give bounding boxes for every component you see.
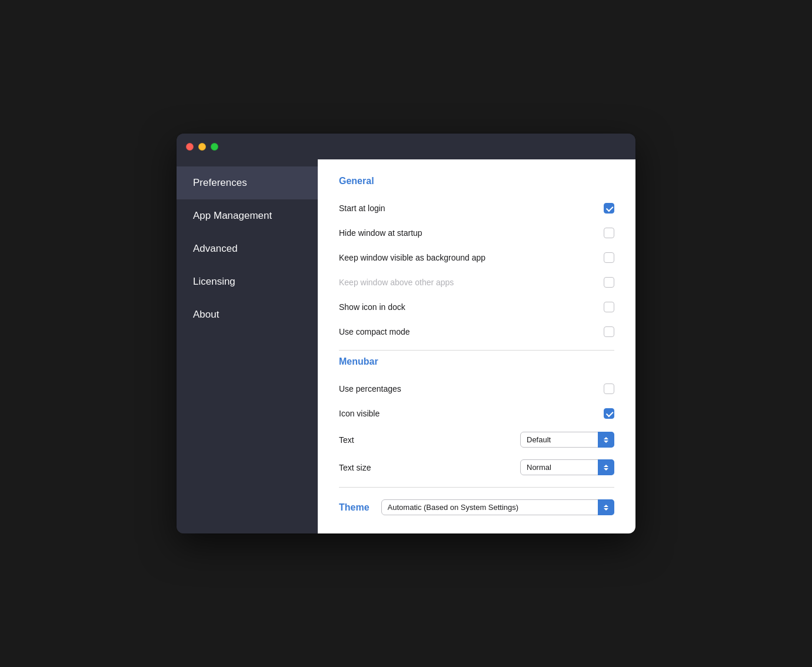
traffic-lights	[186, 143, 218, 151]
hide-window-startup-checkbox[interactable]	[604, 228, 614, 238]
sidebar-item-app-management[interactable]: App Management	[177, 199, 318, 232]
menubar-section-title: Menubar	[339, 356, 614, 367]
minimize-button[interactable]	[198, 143, 206, 151]
setting-icon-visible: Icon visible	[339, 401, 614, 426]
use-percentages-checkbox[interactable]	[604, 383, 614, 394]
keep-window-visible-checkbox[interactable]	[604, 252, 614, 263]
keep-window-visible-label: Keep window visible as background app	[339, 253, 485, 262]
maximize-button[interactable]	[211, 143, 218, 151]
setting-text: Text Default None CPU Memory Network	[339, 426, 614, 453]
show-icon-dock-checkbox[interactable]	[604, 302, 614, 312]
start-at-login-checkbox[interactable]	[604, 203, 614, 214]
text-size-select[interactable]: Small Normal Large	[520, 459, 614, 475]
setting-keep-window-above: Keep window above other apps	[339, 270, 614, 295]
setting-start-at-login: Start at login	[339, 196, 614, 221]
use-percentages-label: Use percentages	[339, 384, 401, 393]
text-size-label: Text size	[339, 463, 371, 472]
text-select-wrapper: Default None CPU Memory Network	[520, 432, 614, 448]
content-area: Preferences App Management Advanced Lice…	[177, 159, 635, 533]
icon-visible-checkbox[interactable]	[604, 408, 614, 419]
divider-general-menubar	[339, 350, 614, 351]
text-select[interactable]: Default None CPU Memory Network	[520, 432, 614, 448]
show-icon-dock-label: Show icon in dock	[339, 302, 405, 312]
sidebar-item-preferences[interactable]: Preferences	[177, 166, 318, 199]
keep-window-above-label: Keep window above other apps	[339, 278, 454, 287]
sidebar-item-about[interactable]: About	[177, 298, 318, 331]
use-compact-mode-label: Use compact mode	[339, 327, 410, 336]
title-bar	[177, 134, 635, 159]
text-size-select-wrapper: Small Normal Large	[520, 459, 614, 475]
setting-use-compact-mode: Use compact mode	[339, 319, 614, 344]
sidebar-item-advanced[interactable]: Advanced	[177, 232, 318, 265]
setting-keep-window-visible: Keep window visible as background app	[339, 245, 614, 270]
setting-text-size: Text size Small Normal Large	[339, 453, 614, 481]
theme-label: Theme	[339, 502, 370, 513]
setting-hide-window-startup: Hide window at startup	[339, 221, 614, 245]
divider-menubar-theme	[339, 487, 614, 488]
use-compact-mode-checkbox[interactable]	[604, 326, 614, 337]
close-button[interactable]	[186, 143, 194, 151]
keep-window-above-checkbox[interactable]	[604, 277, 614, 288]
main-window: Preferences App Management Advanced Lice…	[177, 134, 635, 533]
theme-row: Theme Automatic (Based on System Setting…	[339, 493, 614, 521]
general-section-title: General	[339, 176, 614, 186]
sidebar: Preferences App Management Advanced Lice…	[177, 159, 318, 533]
setting-use-percentages: Use percentages	[339, 376, 614, 401]
hide-window-startup-label: Hide window at startup	[339, 228, 422, 238]
start-at-login-label: Start at login	[339, 204, 385, 213]
text-label: Text	[339, 435, 354, 445]
icon-visible-label: Icon visible	[339, 409, 380, 418]
theme-select[interactable]: Automatic (Based on System Settings) Lig…	[381, 499, 614, 515]
theme-select-wrapper: Automatic (Based on System Settings) Lig…	[381, 499, 614, 515]
setting-show-icon-dock: Show icon in dock	[339, 295, 614, 319]
main-content: General Start at login Hide window at st…	[318, 159, 635, 533]
sidebar-item-licensing[interactable]: Licensing	[177, 265, 318, 298]
